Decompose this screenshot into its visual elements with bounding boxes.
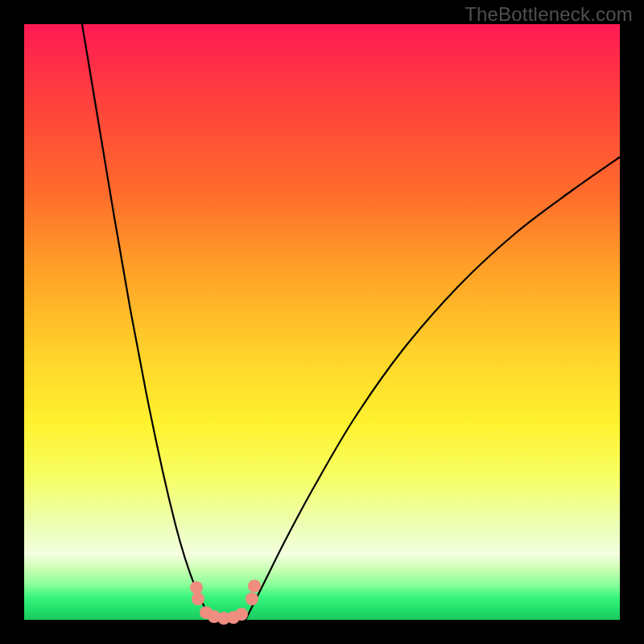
dip-markers [190, 580, 261, 625]
chart-frame: TheBottleneck.com [0, 0, 644, 644]
dip-marker [192, 592, 204, 605]
dip-marker [248, 580, 261, 592]
watermark-text: TheBottleneck.com [464, 3, 633, 26]
curve-left-branch [82, 24, 212, 620]
curve-svg [24, 24, 620, 620]
dip-marker [235, 608, 248, 621]
plot-area [24, 24, 620, 620]
curve-right-branch [246, 157, 620, 620]
dip-marker [190, 581, 203, 594]
dip-marker [246, 592, 258, 605]
